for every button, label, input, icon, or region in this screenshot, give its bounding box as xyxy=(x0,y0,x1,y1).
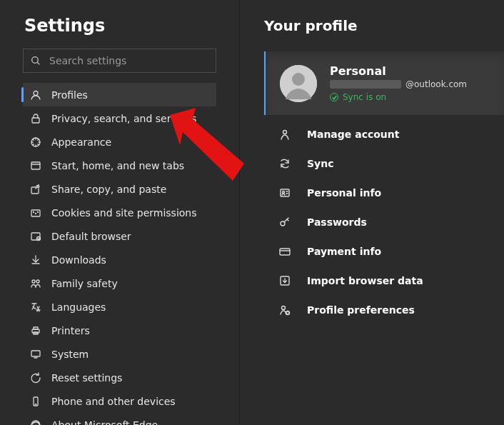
sidebar-nav: ProfilesPrivacy, search, and servicesApp… xyxy=(0,83,239,425)
action-personal-info[interactable]: Personal info xyxy=(264,178,504,207)
sidebar-item-label: Family safety xyxy=(51,278,118,289)
sidebar-item-label: Languages xyxy=(51,301,106,313)
profile-email: @outlook.com xyxy=(330,79,467,89)
sidebar-item-phone-and-other-devices[interactable]: Phone and other devices xyxy=(23,389,216,413)
sidebar-item-label: Profiles xyxy=(51,89,88,101)
sidebar-item-label: Printers xyxy=(51,325,90,336)
sidebar-item-start-home-and-new-tabs[interactable]: Start, home, and new tabs xyxy=(23,154,216,177)
action-label: Passwords xyxy=(307,216,367,228)
action-import-browser-data[interactable]: Import browser data xyxy=(264,266,504,295)
browser-icon xyxy=(30,231,41,242)
profile-actions: Manage accountSyncPersonal infoPasswords… xyxy=(264,115,504,324)
download-icon xyxy=(30,254,41,266)
action-manage-account[interactable]: Manage account xyxy=(264,119,504,149)
sidebar-item-label: Start, home, and new tabs xyxy=(51,160,184,171)
sidebar-item-label: Reset settings xyxy=(51,372,122,384)
home-icon xyxy=(30,160,41,171)
action-profile-preferences[interactable]: Profile preferences xyxy=(264,295,504,324)
sidebar-item-languages[interactable]: Languages xyxy=(23,295,216,319)
sidebar-item-label: Appearance xyxy=(51,136,111,148)
sidebar-item-label: Share, copy, and paste xyxy=(51,184,166,195)
action-label: Profile preferences xyxy=(307,304,415,316)
page-title: Your profile xyxy=(264,17,504,34)
sidebar-item-downloads[interactable]: Downloads xyxy=(23,248,216,271)
personalinfo-icon xyxy=(278,186,291,199)
sidebar-item-privacy-search-and-services[interactable]: Privacy, search, and services xyxy=(23,106,216,130)
sync-check-icon xyxy=(330,93,338,101)
action-passwords[interactable]: Passwords xyxy=(264,207,504,236)
sidebar-item-about-microsoft-edge[interactable]: About Microsoft Edge xyxy=(23,413,216,425)
sidebar-item-system[interactable]: System xyxy=(23,342,216,366)
languages-icon xyxy=(30,301,41,313)
svg-line-1 xyxy=(37,62,39,64)
card-icon xyxy=(278,245,291,258)
sidebar-item-appearance[interactable]: Appearance xyxy=(23,130,216,154)
sidebar-item-printers[interactable]: Printers xyxy=(23,319,216,342)
sync-label: Sync is on xyxy=(343,92,386,102)
action-payment-info[interactable]: Payment info xyxy=(264,236,504,266)
sidebar-item-family-safety[interactable]: Family safety xyxy=(23,271,216,295)
cookies-icon xyxy=(30,207,41,219)
search-wrap xyxy=(23,49,216,73)
sidebar-item-label: Privacy, search, and services xyxy=(51,113,196,124)
sync-icon xyxy=(278,157,291,170)
sidebar-item-reset-settings[interactable]: Reset settings xyxy=(23,366,216,389)
profilepref-icon xyxy=(278,304,291,316)
search-icon xyxy=(30,55,41,66)
profile-card[interactable]: Personal @outlook.com Sync is on xyxy=(264,51,504,115)
share-icon xyxy=(30,184,41,195)
search-input[interactable] xyxy=(23,49,216,73)
svg-point-0 xyxy=(32,57,39,64)
profile-name: Personal xyxy=(330,64,467,78)
profile-icon xyxy=(30,89,41,101)
svg-point-3 xyxy=(292,73,305,86)
reset-icon xyxy=(30,372,41,384)
email-suffix: @outlook.com xyxy=(405,79,467,89)
appearance-icon xyxy=(30,136,41,148)
sidebar-item-label: System xyxy=(51,349,89,360)
sidebar-item-label: Cookies and site permissions xyxy=(51,207,197,219)
sidebar-item-label: Downloads xyxy=(51,254,106,266)
main-panel: Your profile Personal @outlook.com Sync … xyxy=(240,0,504,425)
action-label: Payment info xyxy=(307,246,381,257)
printer-icon xyxy=(30,325,41,336)
action-label: Personal info xyxy=(307,187,381,199)
key-icon xyxy=(278,216,291,229)
action-label: Manage account xyxy=(307,129,399,140)
phone-icon xyxy=(30,396,41,407)
sidebar-item-share-copy-and-paste[interactable]: Share, copy, and paste xyxy=(23,177,216,201)
sidebar-item-label: Default browser xyxy=(51,231,131,242)
import-icon xyxy=(278,274,291,287)
settings-title: Settings xyxy=(0,16,239,49)
sidebar-item-profiles[interactable]: Profiles xyxy=(23,83,216,106)
settings-sidebar: Settings ProfilesPrivacy, search, and se… xyxy=(0,0,240,425)
action-label: Import browser data xyxy=(307,275,423,286)
account-icon xyxy=(278,128,291,141)
system-icon xyxy=(30,349,41,360)
lock-icon xyxy=(30,113,41,124)
action-sync[interactable]: Sync xyxy=(264,149,504,178)
edge-icon xyxy=(30,419,41,426)
email-masked xyxy=(330,80,401,89)
sidebar-item-cookies-and-site-permissions[interactable]: Cookies and site permissions xyxy=(23,201,216,224)
profile-info: Personal @outlook.com Sync is on xyxy=(330,64,467,102)
avatar xyxy=(280,65,317,102)
family-icon xyxy=(30,278,41,289)
sync-status: Sync is on xyxy=(330,92,467,102)
sidebar-item-default-browser[interactable]: Default browser xyxy=(23,224,216,248)
action-label: Sync xyxy=(307,158,333,169)
sidebar-item-label: Phone and other devices xyxy=(51,396,176,407)
sidebar-item-label: About Microsoft Edge xyxy=(51,419,158,426)
